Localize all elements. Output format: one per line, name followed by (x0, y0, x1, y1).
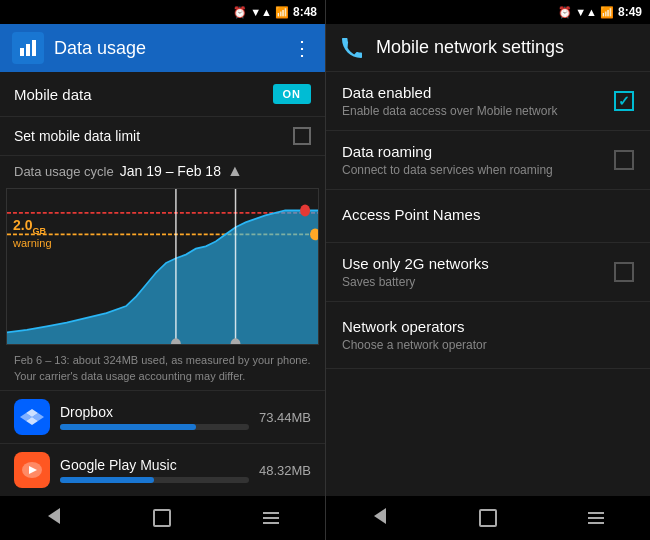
dropbox-icon (14, 399, 50, 435)
home-icon-right (479, 509, 497, 527)
page-title-right: Mobile network settings (376, 37, 638, 58)
recent-button-left[interactable] (251, 498, 291, 538)
svg-point-11 (300, 205, 310, 217)
phone-icon (338, 34, 366, 62)
page-title-left: Data usage (54, 38, 282, 59)
data-roaming-text: Data roaming Connect to data services wh… (342, 143, 604, 177)
cycle-label: Data usage cycle (14, 164, 114, 179)
warning-label: 2.0GB warning (13, 217, 52, 250)
data-limit-row[interactable]: Set mobile data limit (0, 117, 325, 156)
warning-amount: 2.0GB (13, 217, 46, 233)
cycle-dates[interactable]: Jan 19 – Feb 18 (120, 163, 221, 179)
2g-only-text: Use only 2G networks Saves battery (342, 255, 604, 289)
gpm-bar-bg (60, 477, 249, 483)
gpm-name: Google Play Music (60, 457, 249, 473)
dropbox-name: Dropbox (60, 404, 249, 420)
nav-bar-left (0, 496, 325, 540)
2g-only-subtitle: Saves battery (342, 275, 604, 289)
mobile-data-row[interactable]: Mobile data ON (0, 72, 325, 117)
dropbox-bar-fill (60, 424, 196, 430)
home-button-left[interactable] (142, 498, 182, 538)
status-bar-left: ⏰ ▼▲ 📶 8:48 (0, 0, 325, 24)
status-icons-right: ⏰ ▼▲ 📶 (558, 6, 614, 19)
cycle-arrow-icon: ▲ (227, 162, 243, 180)
status-bar-right: ⏰ ▼▲ 📶 8:49 (326, 0, 650, 24)
home-icon-left (153, 509, 171, 527)
svg-rect-2 (32, 40, 36, 56)
recent-button-right[interactable] (576, 498, 616, 538)
back-button-right[interactable] (360, 498, 400, 538)
2g-only-title: Use only 2G networks (342, 255, 604, 272)
overflow-menu-button[interactable]: ⋮ (292, 36, 313, 60)
data-enabled-checkbox[interactable] (614, 91, 634, 111)
data-enabled-subtitle: Enable data access over Mobile network (342, 104, 604, 118)
setting-data-enabled[interactable]: Data enabled Enable data access over Mob… (326, 72, 650, 131)
data-roaming-checkbox[interactable] (614, 150, 634, 170)
nav-bar-right (326, 496, 650, 540)
app-item-dropbox[interactable]: Dropbox 73.44MB (0, 390, 325, 443)
data-enabled-title: Data enabled (342, 84, 604, 101)
warning-text: warning (13, 237, 52, 249)
setting-2g-only[interactable]: Use only 2G networks Saves battery (326, 243, 650, 302)
back-button-left[interactable] (34, 498, 74, 538)
data-roaming-subtitle: Connect to data services when roaming (342, 163, 604, 177)
data-cycle-row: Data usage cycle Jan 19 – Feb 18 ▲ (0, 156, 325, 186)
gpm-info: Google Play Music (60, 457, 249, 483)
dropbox-bar-bg (60, 424, 249, 430)
network-operators-subtitle: Choose a network operator (342, 338, 634, 352)
2g-only-checkbox[interactable] (614, 262, 634, 282)
gpm-bar-fill (60, 477, 154, 483)
mobile-data-label: Mobile data (14, 86, 92, 103)
data-enabled-text: Data enabled Enable data access over Mob… (342, 84, 604, 118)
dropbox-size: 73.44MB (259, 410, 311, 425)
access-point-title: Access Point Names (342, 206, 634, 223)
svg-rect-0 (20, 48, 24, 56)
setting-network-operators[interactable]: Network operators Choose a network opera… (326, 302, 650, 369)
app-item-google-play-music[interactable]: Google Play Music 48.32MB (0, 443, 325, 496)
recent-icon-left (263, 512, 279, 524)
mobile-data-toggle[interactable]: ON (273, 84, 312, 104)
recent-icon-right (588, 512, 604, 524)
data-usage-chart[interactable]: 2.0GB warning (6, 188, 319, 345)
home-button-right[interactable] (468, 498, 508, 538)
time-right: 8:49 (618, 5, 642, 19)
mobile-network-header: Mobile network settings (326, 24, 650, 72)
data-roaming-title: Data roaming (342, 143, 604, 160)
svg-rect-1 (26, 44, 30, 56)
gpm-size: 48.32MB (259, 463, 311, 478)
network-operators-title: Network operators (342, 318, 634, 335)
back-icon-right (374, 508, 386, 528)
status-icons-left: ⏰ ▼▲ 📶 (233, 6, 289, 19)
chart-note: Feb 6 – 13: about 324MB used, as measure… (0, 347, 325, 390)
data-limit-checkbox[interactable] (293, 127, 311, 145)
setting-access-point[interactable]: Access Point Names (326, 190, 650, 243)
mobile-network-settings-screen: ⏰ ▼▲ 📶 8:49 Mobile network settings Data… (325, 0, 650, 540)
data-usage-icon (12, 32, 44, 64)
time-left: 8:48 (293, 5, 317, 19)
dropbox-info: Dropbox (60, 404, 249, 430)
settings-list: Data enabled Enable data access over Mob… (326, 72, 650, 496)
back-icon-left (48, 508, 60, 528)
data-usage-screen: ⏰ ▼▲ 📶 8:48 Data usage ⋮ Mobile data ON … (0, 0, 325, 540)
data-usage-header: Data usage ⋮ (0, 24, 325, 72)
setting-data-roaming[interactable]: Data roaming Connect to data services wh… (326, 131, 650, 190)
data-usage-content: Mobile data ON Set mobile data limit Dat… (0, 72, 325, 496)
google-play-music-icon (14, 452, 50, 488)
data-limit-label: Set mobile data limit (14, 128, 140, 144)
